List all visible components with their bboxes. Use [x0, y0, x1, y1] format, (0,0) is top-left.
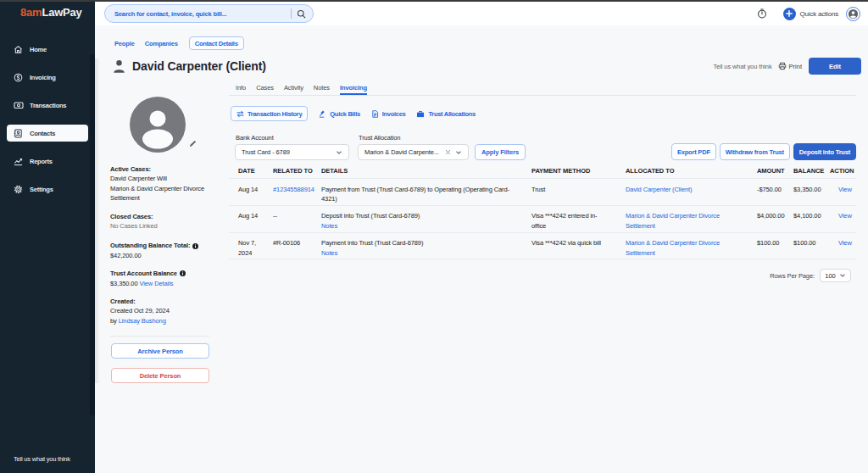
- active-case-link[interactable]: Marion & David Carpenter Divorce Settlem…: [110, 184, 215, 203]
- cell-allocated-link[interactable]: Marion & David Carpenter Divorce Settlem…: [626, 238, 757, 258]
- breadcrumb-companies[interactable]: Companies: [145, 40, 178, 47]
- cell-allocated-link[interactable]: Marion & David Carpenter Divorce Settlem…: [626, 211, 757, 231]
- cell-date: Aug 14: [229, 185, 273, 204]
- trust-allocation-select[interactable]: Marion & David Carpente...: [358, 144, 469, 160]
- sidebar-item-settings[interactable]: Settings: [7, 181, 88, 198]
- search-divider: [291, 8, 292, 19]
- quick-bills-label: Quick Bills: [330, 110, 359, 118]
- cell-balance: $3,350.00: [793, 185, 830, 204]
- sidebar-feedback-link[interactable]: Tell us what you think: [14, 455, 70, 463]
- notes-link[interactable]: Notes: [321, 249, 337, 257]
- rows-per-page-value: 100: [825, 272, 836, 280]
- print-button[interactable]: Print: [778, 62, 802, 70]
- trust-allocation-value: Marion & David Carpente...: [364, 148, 441, 156]
- trust-allocations-icon: [416, 110, 425, 118]
- info-icon[interactable]: [192, 243, 198, 249]
- filter-row: Bank Account Trust Card - 6789 Trust All…: [229, 134, 856, 160]
- sidebar-item-label: Invoicing: [30, 74, 56, 81]
- invoicing-subnav: Transaction History Quick Bills Invoices…: [229, 106, 856, 121]
- export-pdf-button[interactable]: Export PDF: [671, 143, 716, 160]
- trust-balance-label: Trust Account Balance: [110, 269, 215, 278]
- sidebar-item-transactions[interactable]: Transactions: [7, 97, 88, 114]
- global-search-input[interactable]: Search for contact, invoice, quick bill.…: [104, 4, 314, 23]
- tab-notes[interactable]: Notes: [314, 81, 330, 95]
- trust-allocations-button[interactable]: Trust Allocations: [416, 110, 475, 118]
- transaction-history-button[interactable]: Transaction History: [231, 106, 308, 121]
- notes-link[interactable]: Notes: [321, 222, 337, 230]
- created-by-link[interactable]: Lindsay Bushong: [119, 317, 166, 325]
- sidebar-item-reports[interactable]: Reports: [7, 153, 88, 170]
- account-menu-button[interactable]: [846, 7, 860, 21]
- column-header-action: ACTION: [830, 168, 855, 175]
- invoices-button[interactable]: Invoices: [371, 110, 406, 118]
- cell-date: Aug 14: [229, 211, 273, 231]
- feedback-link[interactable]: Tell us what you think: [713, 63, 771, 70]
- table-row: Nov 7, 2024 #R-00106 Payment into Trust …: [229, 233, 856, 260]
- rows-per-page-select[interactable]: 100: [820, 269, 851, 282]
- trust-allocation-label: Trust Allocation: [359, 134, 469, 142]
- cell-related-link[interactable]: #12345588914: [273, 185, 321, 204]
- cell-related: #R-00106: [273, 238, 321, 258]
- outstanding-balance-group: Outstanding Balance Total: $42,200.00: [110, 241, 215, 260]
- sidebar-item-label: Settings: [30, 186, 53, 193]
- sidebar-nav: Home Invoicing Transactions Contacts Rep…: [0, 41, 95, 209]
- cell-payment: Trust: [531, 185, 626, 204]
- info-icon[interactable]: [180, 270, 186, 276]
- column-header-payment: PAYMENT METHOD: [531, 168, 626, 175]
- cell-allocated-link[interactable]: David Carpenter (Client): [626, 185, 757, 204]
- cell-related: --: [273, 211, 321, 231]
- table-actions: Export PDF Withdraw from Trust Deposit i…: [668, 143, 856, 160]
- profile-panel: Active Cases: David Carpenter Will Mario…: [110, 81, 229, 383]
- sidebar-item-label: Contacts: [30, 130, 55, 137]
- main-area: Search for contact, invoice, quick bill.…: [95, 2, 868, 473]
- timer-icon[interactable]: [757, 8, 767, 19]
- apply-filters-button[interactable]: Apply Filters: [475, 144, 526, 160]
- active-case-link[interactable]: David Carpenter Will: [110, 174, 215, 183]
- sidebar-item-contacts[interactable]: Contacts: [7, 125, 88, 142]
- created-value: Created Oct 29, 2024: [110, 306, 215, 315]
- delete-person-button[interactable]: Delete Person: [111, 368, 209, 383]
- deposit-into-trust-button[interactable]: Deposit into Trust: [793, 143, 856, 160]
- column-header-details: DETAILS: [321, 168, 531, 175]
- breadcrumb-contact-details[interactable]: Contact Details: [189, 36, 244, 50]
- tab-cases[interactable]: Cases: [256, 81, 274, 95]
- contact-tabs: Info Cases Activity Notes Invoicing: [229, 81, 856, 96]
- column-header-allocated: ALLOCATED TO: [626, 168, 757, 175]
- created-group: Created: Created Oct 29, 2024 by Lindsay…: [110, 297, 215, 326]
- tab-activity[interactable]: Activity: [284, 81, 303, 95]
- sidebar-item-label: Transactions: [30, 102, 66, 109]
- table-header-row: DATE RELATED TO DETAILS PAYMENT METHOD A…: [229, 164, 856, 179]
- title-row: David Carpenter (Client) Tell us what yo…: [110, 56, 861, 76]
- sidebar-item-invoicing[interactable]: Invoicing: [7, 69, 88, 86]
- columns: Active Cases: David Carpenter Will Mario…: [110, 81, 856, 383]
- invoices-icon: [371, 110, 379, 118]
- withdraw-from-trust-button[interactable]: Withdraw from Trust: [720, 143, 790, 160]
- created-label: Created:: [110, 297, 215, 306]
- bank-account-select[interactable]: Trust Card - 6789: [235, 144, 349, 160]
- tab-info[interactable]: Info: [236, 81, 246, 95]
- edit-avatar-pencil-icon[interactable]: [189, 140, 197, 147]
- view-link[interactable]: View: [830, 211, 855, 231]
- quick-actions-button[interactable]: Quick actions: [783, 8, 838, 20]
- invoicing-icon: [13, 72, 24, 83]
- view-link[interactable]: View: [830, 238, 855, 258]
- view-link[interactable]: View: [830, 185, 855, 204]
- sidebar-scrollbar[interactable]: [90, 54, 95, 415]
- search-icon[interactable]: [297, 9, 306, 19]
- archive-person-button[interactable]: Archive Person: [111, 343, 209, 359]
- edit-button[interactable]: Edit: [809, 58, 861, 75]
- column-header-related: RELATED TO: [273, 168, 321, 175]
- title-actions: Tell us what you think Print Edit: [713, 58, 861, 75]
- table-row: Aug 14 #12345588914 Payment from Trust (…: [229, 179, 856, 206]
- quick-bills-button[interactable]: Quick Bills: [319, 110, 359, 118]
- breadcrumb-people[interactable]: People: [114, 40, 135, 47]
- page-title: David Carpenter (Client): [132, 59, 266, 73]
- sidebar-item-home[interactable]: Home: [7, 41, 88, 58]
- clear-icon[interactable]: [445, 149, 451, 155]
- cell-amount: -$750.00: [757, 185, 793, 204]
- view-details-link[interactable]: View Details: [139, 280, 173, 287]
- cell-details: Payment from Trust (Trust Card-6789) to …: [321, 185, 531, 204]
- printer-icon: [778, 62, 787, 70]
- cell-date: Nov 7, 2024: [229, 238, 273, 258]
- tab-invoicing[interactable]: Invoicing: [340, 81, 367, 95]
